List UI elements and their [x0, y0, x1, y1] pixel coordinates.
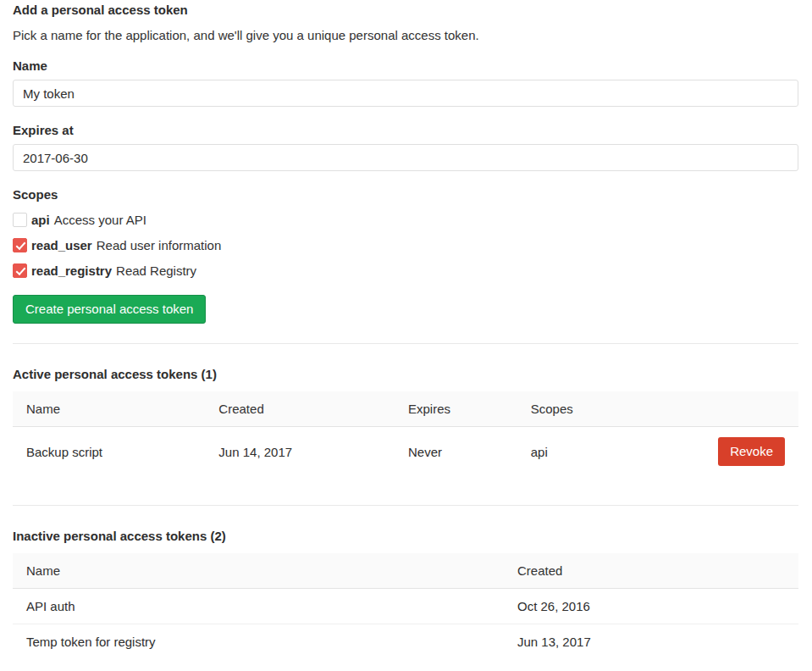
section-divider	[13, 505, 798, 506]
token-name-cell: Temp token for registry	[13, 624, 504, 660]
inactive-tokens-table: Name Created API auth Oct 26, 2016 Temp …	[13, 553, 798, 659]
active-tokens-title: Active personal access tokens (1)	[13, 367, 798, 381]
scopes-label: Scopes	[13, 187, 798, 202]
token-scopes-cell: api	[517, 427, 654, 477]
revoke-button[interactable]: Revoke	[718, 437, 785, 466]
table-row: Backup script Jun 14, 2017 Never api Rev…	[13, 427, 798, 477]
inactive-tokens-title: Inactive personal access tokens (2)	[13, 529, 798, 543]
token-name-cell: API auth	[13, 589, 504, 624]
scope-description: Read Registry	[116, 263, 196, 278]
column-header-actions	[653, 391, 798, 427]
expires-at-input[interactable]	[13, 144, 798, 171]
scope-name: read_registry	[31, 263, 112, 278]
scope-description: Read user information	[97, 238, 222, 252]
scope-row-read-user[interactable]: read_user Read user information	[13, 238, 798, 252]
create-token-button[interactable]: Create personal access token	[13, 295, 206, 324]
column-header-scopes: Scopes	[517, 391, 654, 427]
name-field-label: Name	[13, 58, 798, 73]
page-title: Add a personal access token	[13, 2, 798, 17]
expires-field-label: Expires at	[13, 123, 798, 137]
column-header-created: Created	[504, 553, 798, 589]
token-created-cell: Jun 14, 2017	[205, 427, 395, 477]
token-name-cell: Backup script	[13, 427, 205, 477]
api-checkbox[interactable]	[13, 213, 27, 227]
token-created-cell: Jun 13, 2017	[504, 624, 798, 660]
scopes-list: api Access your API read_user Read user …	[13, 213, 798, 278]
scope-name: api	[31, 213, 50, 227]
table-row: API auth Oct 26, 2016	[13, 589, 798, 624]
column-header-created: Created	[205, 391, 395, 427]
scope-description: Access your API	[54, 213, 146, 227]
read-user-checkbox[interactable]	[13, 238, 27, 252]
active-tokens-table: Name Created Expires Scopes Backup scrip…	[13, 391, 798, 476]
token-created-cell: Oct 26, 2016	[504, 589, 798, 624]
scope-row-api[interactable]: api Access your API	[13, 213, 798, 227]
scope-name: read_user	[31, 238, 92, 252]
table-row: Temp token for registry Jun 13, 2017	[13, 624, 798, 660]
table-header-row: Name Created Expires Scopes	[13, 391, 798, 427]
column-header-name: Name	[13, 553, 504, 589]
token-name-input[interactable]	[13, 80, 798, 107]
section-divider	[13, 343, 798, 344]
read-registry-checkbox[interactable]	[13, 263, 27, 278]
page-description: Pick a name for the application, and we'…	[13, 28, 798, 42]
token-action-cell: Revoke	[653, 427, 798, 477]
token-expires-cell: Never	[395, 427, 517, 477]
column-header-name: Name	[13, 391, 205, 427]
table-header-row: Name Created	[13, 553, 798, 589]
scope-row-read-registry[interactable]: read_registry Read Registry	[13, 263, 798, 278]
column-header-expires: Expires	[395, 391, 517, 427]
